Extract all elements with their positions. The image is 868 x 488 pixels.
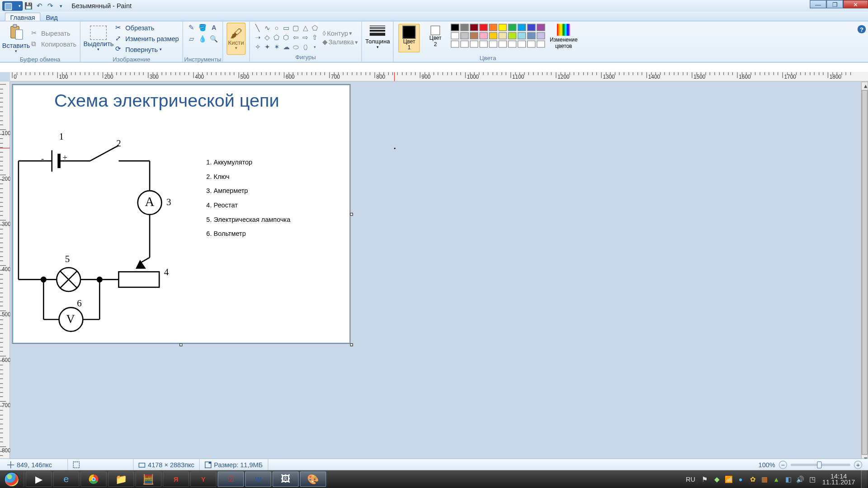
resize-handle-se[interactable] (350, 343, 353, 347)
edit-colors-button[interactable]: Изменение цветов (550, 24, 577, 49)
select-button[interactable]: Выделить▾ (84, 23, 113, 55)
rotate-button[interactable]: ⟳Повернуть ▾ (115, 45, 179, 54)
crop-button[interactable]: ✂Обрезать (115, 23, 179, 33)
tray-icon-8[interactable]: ◳ (808, 475, 816, 483)
palette-swatch[interactable] (451, 32, 459, 39)
tray-icon-5[interactable]: ▦ (760, 475, 769, 483)
maximize-button[interactable]: ❐ (826, 0, 843, 8)
palette-swatch[interactable] (480, 41, 488, 48)
scroll-thumb-v[interactable] (862, 90, 868, 455)
shape-outline[interactable]: ◊Контур ▾ (322, 29, 358, 37)
start-button[interactable] (0, 470, 23, 488)
palette-swatch[interactable] (537, 32, 545, 39)
paste-button[interactable]: Вставить▾ (4, 23, 28, 55)
tool-magnifier[interactable]: 🔍 (209, 34, 219, 43)
tray-flag-icon[interactable]: ⚑ (701, 475, 709, 483)
zoom-thumb[interactable] (817, 461, 822, 468)
color-palette[interactable] (451, 24, 545, 48)
color1-button[interactable]: Цвет 1 (398, 24, 420, 52)
tray-icon-4[interactable]: ✿ (748, 475, 756, 483)
palette-swatch[interactable] (489, 24, 497, 31)
palette-swatch[interactable] (518, 24, 526, 31)
palette-swatch[interactable] (499, 24, 507, 31)
palette-swatch[interactable] (451, 24, 459, 31)
palette-swatch[interactable] (508, 24, 516, 31)
taskbar-calc[interactable]: 🧮 (135, 471, 161, 487)
palette-swatch[interactable] (489, 32, 497, 39)
canvas-viewport[interactable]: Схема электрической цепи (10, 82, 861, 463)
palette-swatch[interactable] (470, 32, 478, 39)
close-button[interactable]: ✕ (843, 0, 868, 8)
taskbar-app1[interactable]: ☑ (217, 471, 244, 487)
palette-swatch[interactable] (537, 24, 545, 31)
tray-icon-2[interactable]: 📶 (725, 475, 733, 483)
taskbar-chrome[interactable] (80, 471, 107, 487)
scrollbar-vertical[interactable]: ▴ ▾ (861, 82, 868, 463)
tool-pencil[interactable]: ✎ (187, 23, 196, 32)
canvas[interactable]: Схема электрической цепи (12, 84, 350, 344)
resize-button[interactable]: ⤢Изменить размер (115, 34, 179, 43)
tray-icon-3[interactable]: ● (736, 475, 745, 483)
palette-swatch[interactable] (518, 41, 526, 48)
taskbar-word[interactable]: W (245, 471, 271, 487)
tool-eraser[interactable]: ▱ (187, 34, 196, 43)
tab-view[interactable]: Вид (41, 13, 63, 21)
taskbar-wmp[interactable]: ▶ (26, 471, 52, 487)
palette-swatch[interactable] (480, 32, 488, 39)
cut-button[interactable]: ✂Вырезать (31, 28, 77, 38)
tray-icon-7[interactable]: ◧ (784, 475, 792, 483)
palette-swatch[interactable] (480, 24, 488, 31)
zoom-out-button[interactable]: − (779, 460, 787, 469)
palette-swatch[interactable] (508, 32, 516, 39)
file-menu[interactable]: ▾ (2, 1, 23, 11)
taskbar-yd[interactable]: Y (190, 471, 217, 487)
resize-handle-e[interactable] (350, 213, 353, 216)
palette-swatch[interactable] (518, 32, 526, 39)
taskbar-photos[interactable]: 🖼 (273, 471, 299, 487)
tool-fill[interactable]: 🪣 (198, 23, 208, 32)
palette-swatch[interactable] (470, 41, 478, 48)
palette-swatch[interactable] (537, 41, 545, 48)
palette-swatch[interactable] (489, 41, 497, 48)
qat-redo-icon[interactable]: ↷ (45, 1, 55, 11)
palette-swatch[interactable] (451, 41, 459, 48)
palette-swatch[interactable] (461, 41, 469, 48)
tray-volume-icon[interactable]: 🔊 (796, 475, 804, 483)
qat-customize-icon[interactable]: ▾ (56, 1, 66, 11)
palette-swatch[interactable] (499, 41, 507, 48)
tray-icon-1[interactable]: ◆ (712, 475, 721, 483)
qat-save-icon[interactable]: 💾 (24, 1, 33, 11)
taskbar-ie[interactable]: e (53, 471, 79, 487)
language-indicator[interactable]: RU (684, 474, 697, 484)
taskbar-clock[interactable]: 14:1411.11.2017 (820, 473, 858, 485)
qat-undo-icon[interactable]: ↶ (35, 1, 44, 11)
brushes-button[interactable]: 🖌 Кисти ▾ (226, 23, 245, 55)
minimize-button[interactable]: — (810, 0, 826, 8)
shape-fill[interactable]: ◆Заливка ▾ (322, 38, 358, 46)
zoom-slider[interactable] (791, 464, 850, 466)
palette-swatch[interactable] (527, 41, 535, 48)
taskbar-yandex[interactable]: Я (163, 471, 189, 487)
palette-swatch[interactable] (527, 24, 535, 31)
tray-icon-6[interactable]: ▲ (772, 475, 780, 483)
palette-swatch[interactable] (461, 24, 469, 31)
resize-handle-s[interactable] (179, 343, 183, 347)
tool-picker[interactable]: 💧 (198, 34, 208, 43)
color2-button[interactable]: Цвет 2 (425, 24, 446, 47)
palette-swatch[interactable] (527, 32, 535, 39)
scroll-up-icon[interactable]: ▴ (862, 82, 868, 90)
tab-main[interactable]: Главная (5, 13, 41, 21)
palette-swatch[interactable] (461, 32, 469, 39)
taskbar-paint[interactable]: 🎨 (300, 471, 326, 487)
palette-swatch[interactable] (470, 24, 478, 31)
zoom-in-button[interactable]: + (854, 460, 862, 469)
copy-button[interactable]: ⧉Копировать (31, 39, 77, 49)
show-desktop-button[interactable] (861, 470, 867, 488)
help-icon[interactable]: ? (858, 25, 866, 33)
shapes-gallery[interactable]: ╲∿○▭▢△⬠ ➝◇⬠⬡⇦⇨⇧ ✧✦✶☁⬭⬯▾ (253, 24, 319, 52)
taskbar-explorer[interactable]: 📁 (108, 471, 134, 487)
palette-swatch[interactable] (508, 41, 516, 48)
tool-text[interactable]: A (209, 23, 219, 32)
palette-swatch[interactable] (499, 32, 507, 39)
size-button[interactable]: Толщина ▾ (366, 26, 390, 50)
